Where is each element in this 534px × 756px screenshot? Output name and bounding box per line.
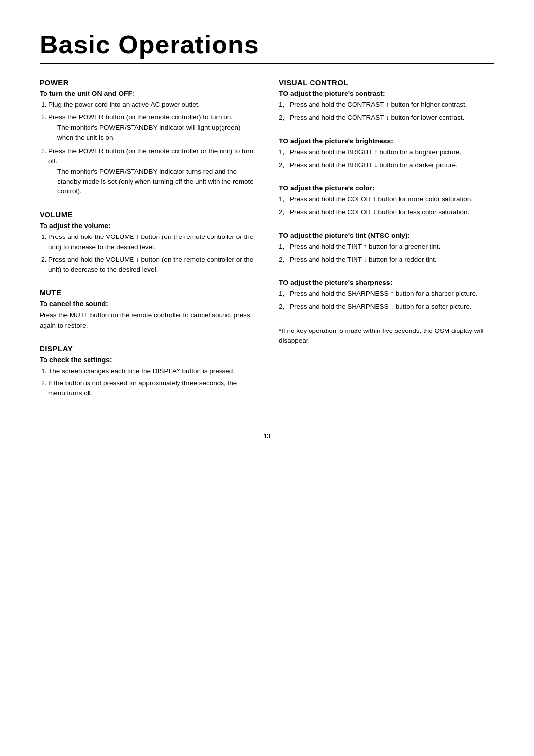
section-mute: MUTE To cancel the sound: Press the MUTE… [40,288,255,331]
left-column: POWER To turn the unit ON and OFF: Plug … [40,78,255,413]
color-list: 1, Press and hold the COLOR ↑ button for… [279,194,494,218]
page-number: 13 [40,432,494,440]
mute-title: MUTE [40,288,255,297]
subsection-brightness: TO adjust the picture's brightness: 1, P… [279,137,494,171]
section-visual-control: VISUAL CONTROL TO adjust the picture's c… [279,78,494,346]
section-power: POWER To turn the unit ON and OFF: Plug … [40,78,255,196]
tint-list: 1, Press and hold the TINT ↑ button for … [279,242,494,265]
color-item-1: 1, Press and hold the COLOR ↑ button for… [279,194,494,204]
power-subtitle: To turn the unit ON and OFF: [40,90,255,97]
display-subtitle: To check the settings: [40,356,255,364]
tint-item-1: 1, Press and hold the TINT ↑ button for … [279,242,494,252]
power-title: POWER [40,78,255,87]
power-note2: The monitor's POWER/STANDBY indicator tu… [48,167,255,197]
volume-title: VOLUME [40,210,255,219]
volume-subtitle: To adjust the volume: [40,222,255,230]
display-title: DISPLAY [40,344,255,353]
subsection-color: TO adjust the picture's color: 1, Press … [279,184,494,218]
display-step-1: The screen changes each time the DISPLAY… [48,366,255,376]
title-divider [40,63,494,64]
color-item-2: 2, Press and hold the COLOR ↓ button for… [279,207,494,217]
contrast-list: 1, Press and hold the CONTRAST ↑ button … [279,100,494,123]
right-column: VISUAL CONTROL TO adjust the picture's c… [279,78,494,413]
power-step-1: Plug the power cord into an active AC po… [48,100,255,110]
mute-text: Press the MUTE button on the remote cont… [40,310,255,331]
visual-control-title: VISUAL CONTROL [279,78,494,87]
tint-subtitle: TO adjust the picture's tint (NTSC only)… [279,232,494,239]
color-subtitle: TO adjust the picture's color: [279,184,494,192]
brightness-list: 1, Press and hold the BRIGHT ↑ button fo… [279,147,494,171]
power-step-2: Press the POWER button (on the remote co… [48,112,255,142]
main-content: POWER To turn the unit ON and OFF: Plug … [40,78,494,413]
subsection-sharpness: TO adjust the picture's sharpness: 1, Pr… [279,279,494,312]
section-volume: VOLUME To adjust the volume: Press and h… [40,210,255,275]
brightness-item-2: 2, Press and hold the BRIGHT ↓ button fo… [279,160,494,170]
volume-steps: Press and hold the VOLUME ↑ button (on t… [40,232,255,275]
footnote: *If no key operation is made within five… [279,326,494,346]
sharpness-item-2: 2, Press and hold the SHARPNESS ↓ button… [279,302,494,312]
subsection-tint: TO adjust the picture's tint (NTSC only)… [279,232,494,265]
subsection-contrast: TO adjust the picture's contrast: 1, Pre… [279,90,494,123]
sharpness-list: 1, Press and hold the SHARPNESS ↑ button… [279,289,494,312]
volume-step-2: Press and hold the VOLUME ↓ button (on t… [48,255,255,275]
display-step-2: If the button is not pressed for approxi… [48,378,255,399]
contrast-item-2: 2, Press and hold the CONTRAST ↓ button … [279,113,494,123]
display-steps: The screen changes each time the DISPLAY… [40,366,255,399]
power-note1: The monitor's POWER/STANDBY indicator wi… [48,123,255,143]
contrast-item-1: 1, Press and hold the CONTRAST ↑ button … [279,100,494,110]
sharpness-item-1: 1, Press and hold the SHARPNESS ↑ button… [279,289,494,299]
contrast-subtitle: TO adjust the picture's contrast: [279,90,494,97]
brightness-item-1: 1, Press and hold the BRIGHT ↑ button fo… [279,147,494,157]
sharpness-subtitle: TO adjust the picture's sharpness: [279,279,494,286]
section-display: DISPLAY To check the settings: The scree… [40,344,255,399]
brightness-subtitle: TO adjust the picture's brightness: [279,137,494,145]
power-steps: Plug the power cord into an active AC po… [40,100,255,196]
mute-subtitle: To cancel the sound: [40,300,255,308]
tint-item-2: 2, Press and hold the TINT ↓ button for … [279,255,494,265]
power-step-3: Press the POWER button (on the remote co… [48,146,255,196]
page-title: Basic Operations [40,30,494,59]
volume-step-1: Press and hold the VOLUME ↑ button (on t… [48,232,255,252]
